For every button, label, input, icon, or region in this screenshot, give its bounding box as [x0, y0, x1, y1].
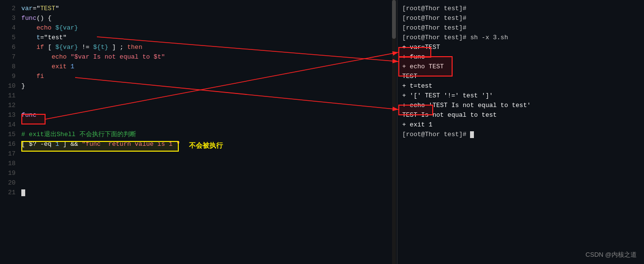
term-line-8: TEST [402, 72, 639, 81]
term-line-6: + func [402, 52, 639, 62]
code-line-15: 15 # exit退出Shell 不会执行下面的判断 [0, 130, 397, 140]
code-line-14: 14 [0, 120, 397, 130]
code-line-7: 7 echo "$var Is not equal to $t" [0, 52, 397, 62]
code-line-17: 17 [0, 149, 397, 159]
code-line-12: 12 [0, 101, 397, 110]
term-line-11: + echo 'TEST Is not equal to test' [402, 101, 639, 110]
watermark: CSDN @内核之道 [585, 250, 637, 259]
term-line-13: + exit 1 [402, 120, 639, 130]
term-line-4: [root@Thor test]# sh -x 3.sh [402, 33, 639, 43]
term-line-10: + '[' TEST '!=' test ']' [402, 91, 639, 101]
code-line-10: 10 } [0, 81, 397, 91]
term-line-5: + var=TEST [402, 43, 639, 52]
code-line-21: 21 [0, 188, 397, 198]
term-line-7: + echo TEST [402, 62, 639, 72]
term-line-3: [root@Thor test]# [402, 23, 639, 33]
code-line-8: 8 exit 1 [0, 62, 397, 72]
code-editor: 2 var="TEST" 3 func() { 4 echo ${var} 5 … [0, 0, 397, 264]
term-line-2: [root@Thor test]# [402, 14, 639, 23]
code-line-9: 9 fi [0, 72, 397, 81]
terminal: [root@Thor test]# [root@Thor test]# [roo… [397, 0, 644, 264]
code-line-19: 19 [0, 169, 397, 178]
code-line-13: 13 func [0, 110, 397, 120]
term-line-14: [root@Thor test]# [402, 130, 639, 140]
code-line-4: 4 echo ${var} [0, 23, 397, 33]
code-line-3: 3 func() { [0, 14, 397, 23]
code-line-6: 6 if [ ${var} != ${t} ] ; then [0, 43, 397, 52]
code-line-18: 18 [0, 159, 397, 169]
code-line-2: 2 var="TEST" [0, 4, 397, 14]
code-line-11: 11 [0, 91, 397, 101]
code-line-20: 20 [0, 178, 397, 188]
term-line-12: TEST Is not equal to test [402, 110, 639, 120]
code-scrollbar[interactable] [392, 0, 396, 264]
code-line-16: 16 [ $? -eq 1 ] && "func return value is… [0, 140, 397, 149]
code-line-5: 5 t="test" [0, 33, 397, 43]
term-line-9: + t=test [402, 81, 639, 91]
scrollbar-thumb[interactable] [392, 0, 396, 39]
term-line-1: [root@Thor test]# [402, 4, 639, 14]
